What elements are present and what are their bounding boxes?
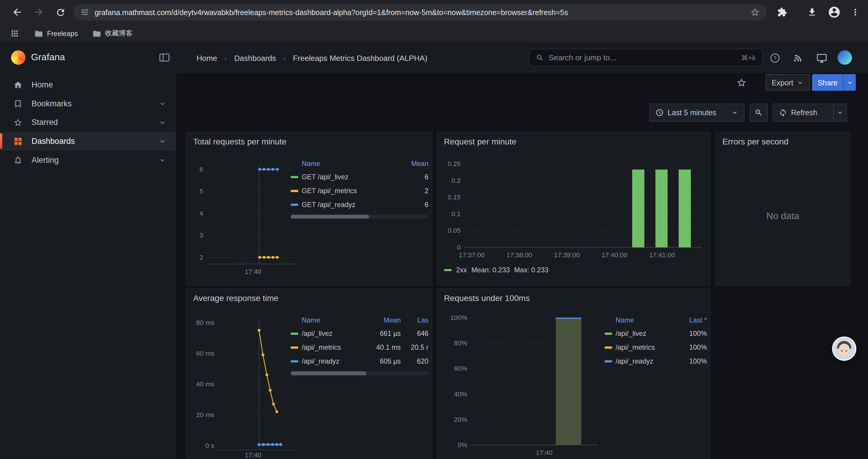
series-name: GET /api/_metrics — [302, 187, 403, 194]
legend-row[interactable]: GET /api/_metrics 2 — [291, 184, 429, 198]
panel-title[interactable]: Errors per second — [722, 137, 788, 146]
sidebar-item-bookmarks[interactable]: Bookmarks — [0, 94, 176, 113]
svg-text:40%: 40% — [454, 391, 467, 398]
legend-col-mean[interactable]: Mean — [366, 317, 401, 324]
profile-button[interactable] — [825, 3, 844, 22]
monitor-icon — [816, 53, 827, 64]
time-range-picker[interactable]: Last 5 minutes — [649, 103, 745, 122]
series-swatch — [444, 269, 452, 271]
back-button[interactable] — [8, 3, 27, 22]
puzzle-icon — [777, 7, 787, 17]
grafana-logo[interactable] — [11, 51, 25, 65]
refresh-interval-button[interactable] — [833, 104, 846, 121]
search-input[interactable] — [549, 53, 737, 62]
export-button[interactable]: Export — [766, 74, 810, 91]
legend-row[interactable]: /api/_livez 661 µs 646 — [291, 326, 429, 340]
user-avatar[interactable] — [838, 51, 852, 65]
chevron-down-icon[interactable] — [158, 137, 167, 145]
sidebar-item-label: Bookmarks — [32, 99, 72, 108]
assistant-avatar[interactable] — [832, 336, 856, 361]
scrollbar-thumb[interactable] — [291, 371, 367, 375]
legend-col-last[interactable]: Last * — [679, 317, 707, 324]
legend-scrollbar[interactable] — [291, 215, 429, 219]
legend-row[interactable]: /api/_livez 100% — [604, 326, 707, 340]
share-menu-button[interactable] — [843, 74, 856, 91]
sidebar: Home Bookmarks Starred Dashboards Alerti… — [0, 72, 176, 459]
legend-row[interactable]: /api/_metrics 40.1 ms 20.5 r — [291, 340, 429, 354]
request-per-minute-chart[interactable]: 0.250.20.150.10.05017:37:0017:38:0017:39… — [442, 158, 706, 263]
legend-row[interactable]: /api/_readyz 100% — [604, 354, 707, 368]
display-button[interactable] — [814, 51, 829, 65]
browser-menu-button[interactable] — [846, 3, 865, 22]
legend-row[interactable]: GET /api/_livez 6 — [291, 170, 429, 184]
sidebar-item-dashboards[interactable]: Dashboards — [0, 132, 176, 151]
breadcrumb-dashboards[interactable]: Dashboards — [234, 54, 276, 62]
chevron-down-icon[interactable] — [158, 118, 167, 126]
series-name: /api/_metrics — [302, 343, 366, 351]
url-bar[interactable]: grafana.mathmast.com/d/deytv4rwavabkb/fr… — [73, 4, 767, 21]
search-box[interactable]: ⌘+k — [529, 49, 763, 66]
sidebar-item-home[interactable]: Home — [0, 75, 176, 94]
legend-col-last[interactable]: Las — [401, 317, 429, 324]
forward-button[interactable] — [29, 3, 48, 22]
svg-text:17:41:00: 17:41:00 — [649, 251, 675, 259]
breadcrumb: Home › Dashboards › Freeleaps Metrics Da… — [196, 43, 427, 72]
panel-title[interactable]: Average response time — [193, 293, 279, 303]
panel-errors-per-second: Errors per second No data — [715, 132, 850, 286]
share-button[interactable]: Share — [812, 74, 843, 91]
breadcrumb-separator: › — [224, 54, 227, 62]
legend-col-name[interactable]: Name — [302, 317, 366, 324]
reload-button[interactable] — [51, 3, 70, 22]
panel-title[interactable]: Requests under 100ms — [444, 293, 530, 303]
search-icon — [536, 54, 544, 62]
sidebar-item-label: Starred — [32, 118, 58, 127]
svg-text:17:40:00: 17:40:00 — [601, 251, 627, 259]
legend: 2xx Mean: 0.233 Max: 0.233 — [444, 266, 549, 274]
legend-row[interactable]: /api/_readyz 605 µs 620 — [291, 354, 429, 368]
legend-scrollbar[interactable] — [291, 371, 429, 375]
series-name: GET /api/_readyz — [302, 201, 403, 208]
breadcrumb-home[interactable]: Home — [196, 54, 217, 62]
series-swatch — [604, 360, 612, 362]
series-name[interactable]: 2xx — [456, 266, 467, 274]
legend-col-name[interactable]: Name — [302, 160, 403, 168]
downloads-button[interactable] — [803, 3, 822, 22]
zoom-out-button[interactable] — [749, 103, 768, 122]
svg-text:40 ms: 40 ms — [196, 381, 214, 388]
chevron-down-icon[interactable] — [158, 156, 167, 164]
bookmark-freeleaps[interactable]: Freeleaps — [34, 29, 78, 38]
requests-under-100ms-chart[interactable]: 100%80%60%40%20%0%17:40 — [442, 314, 602, 459]
avg-response-time-chart[interactable]: 80 ms60 ms40 ms20 ms0 s17:40 — [190, 314, 299, 459]
extensions-button[interactable] — [773, 3, 792, 22]
legend-row[interactable]: GET /api/_readyz 6 — [291, 198, 429, 211]
bookmark-star-icon[interactable] — [750, 7, 760, 17]
svg-text:0 s: 0 s — [205, 442, 214, 449]
legend-header: Name Last * — [604, 314, 707, 326]
back-icon — [11, 6, 23, 18]
sidebar-item-starred[interactable]: Starred — [0, 113, 176, 132]
bookmark-blog[interactable]: 收藏博客 — [92, 29, 133, 38]
sidebar-item-alerting[interactable]: Alerting — [0, 151, 176, 169]
bookmark-label: Freeleaps — [47, 30, 78, 37]
legend-col-name[interactable]: Name — [616, 317, 679, 324]
series-last: 100% — [679, 357, 707, 365]
series-swatch — [291, 346, 299, 348]
apps-grid-button[interactable] — [8, 27, 21, 40]
series-mean: 2 — [403, 187, 428, 194]
site-settings-icon[interactable] — [80, 8, 89, 17]
scrollbar-thumb[interactable] — [291, 215, 369, 219]
chevron-down-icon[interactable] — [158, 99, 167, 107]
panel-avg-response-time: Average response time 80 ms60 ms40 ms20 … — [186, 288, 433, 459]
total-requests-chart[interactable]: 6543217:40 — [190, 158, 299, 284]
news-button[interactable] — [791, 51, 806, 65]
svg-text:0.1: 0.1 — [452, 210, 461, 218]
legend-row[interactable]: /api/_metrics 100% — [604, 340, 707, 354]
panel-title[interactable]: Request per minute — [444, 137, 517, 146]
refresh-button[interactable]: Refresh — [773, 104, 823, 121]
screen: grafana.mathmast.com/d/deytv4rwavabkb/fr… — [0, 0, 868, 459]
panel-title[interactable]: Total requests per minute — [193, 137, 286, 146]
sidebar-toggle-button[interactable] — [158, 52, 170, 65]
favorite-dashboard-button[interactable] — [734, 75, 749, 90]
legend-col-mean[interactable]: Mean — [403, 160, 428, 168]
help-button[interactable]: ? — [768, 51, 782, 65]
